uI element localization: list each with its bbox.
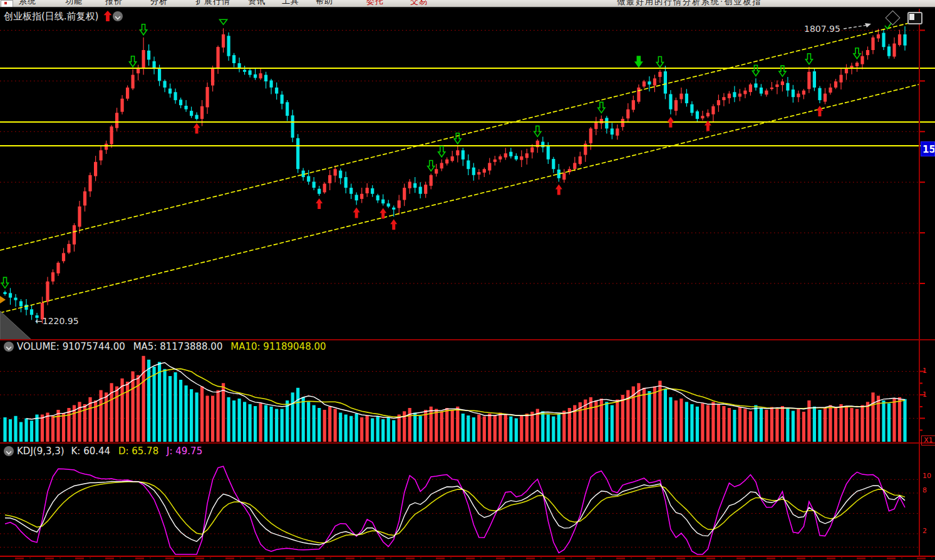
kdj-k-line bbox=[5, 481, 905, 545]
sell-signal-arrow bbox=[656, 57, 663, 68]
price-axis-marker: 156 bbox=[921, 141, 935, 156]
sell-signal-arrow bbox=[805, 54, 812, 64]
menu-bar: 做最好用的行情分析系统·创业板指 系统功能报价分析扩展行情资讯工具帮助委托交易 bbox=[0, 0, 935, 8]
menu-item-red-1[interactable]: 交易 bbox=[410, 0, 428, 7]
kdj-d-label: D: bbox=[118, 445, 129, 457]
chevron-down-circle-icon[interactable] bbox=[4, 342, 14, 352]
menu-item-red-0[interactable]: 委托 bbox=[366, 0, 384, 7]
menu-item-5[interactable]: 资讯 bbox=[248, 0, 266, 7]
red-up-arrow-icon bbox=[103, 11, 111, 21]
buy-signal-arrow bbox=[316, 198, 323, 209]
sell-signal-arrow bbox=[598, 102, 605, 113]
sell-signal-arrow bbox=[130, 56, 137, 67]
volume-ma5-value: 81173888.00 bbox=[160, 341, 222, 352]
kdj-axis-label-2: 2 bbox=[922, 527, 934, 535]
kdj-axis-label-1: 8 bbox=[922, 486, 934, 494]
split-pane-icon[interactable] bbox=[907, 12, 922, 24]
chart-canvas[interactable] bbox=[0, 0, 935, 560]
main-panel-title-row: 创业板指(日线.前复权) bbox=[4, 11, 126, 23]
chevron-down-circle-icon[interactable] bbox=[113, 11, 123, 21]
app-icon bbox=[1, 0, 13, 8]
peak-triangle-marker bbox=[220, 19, 227, 24]
volume-axis-label-1: 1 bbox=[922, 390, 934, 399]
menu-item-1[interactable]: 功能 bbox=[65, 0, 83, 7]
sell-signal-arrow bbox=[635, 56, 642, 67]
menu-item-0[interactable]: 系统 bbox=[19, 0, 36, 7]
low-price-annotation: ←1220.95 bbox=[35, 316, 79, 326]
volume-title-row: VOLUME: 91075744.00 MA5: 81173888.00 MA1… bbox=[3, 341, 326, 352]
buy-signal-arrow bbox=[390, 219, 397, 230]
volume-value: 91075744.00 bbox=[63, 341, 125, 352]
buy-signal-arrow bbox=[816, 106, 823, 116]
trendline-handle[interactable] bbox=[0, 296, 6, 303]
buy-signal-arrow bbox=[194, 123, 200, 133]
kdj-j-line bbox=[5, 466, 905, 554]
volume-ma10-label: MA10: bbox=[230, 341, 260, 352]
sell-signal-arrow bbox=[454, 133, 461, 144]
menu-item-7[interactable]: 帮助 bbox=[316, 0, 333, 7]
high-price-annotation: 1807.95 bbox=[804, 24, 840, 34]
buy-signal-arrow bbox=[555, 184, 562, 195]
volume-label: VOLUME: bbox=[17, 341, 59, 352]
kdj-d-value: 65.78 bbox=[132, 445, 158, 457]
main-panel-title: 创业板指(日线.前复权) bbox=[4, 11, 98, 22]
menu-item-6[interactable]: 工具 bbox=[282, 0, 299, 7]
kdj-j-value: 49.75 bbox=[175, 445, 202, 457]
volume-axis-label-0: 1 bbox=[922, 367, 934, 375]
buy-signal-arrow bbox=[353, 208, 360, 218]
menu-item-3[interactable]: 分析 bbox=[150, 0, 168, 7]
kdj-k-value: 60.44 bbox=[83, 445, 110, 457]
kdj-label: KDJ(9,3,3) bbox=[17, 445, 65, 457]
kdj-axis-label-0: 10 bbox=[922, 472, 934, 480]
annotation-arrow bbox=[844, 25, 868, 29]
sell-signal-arrow bbox=[140, 24, 147, 35]
kdj-j-label: J: bbox=[167, 445, 172, 457]
sell-signal-arrow bbox=[438, 146, 445, 157]
volume-scale-button[interactable]: X1 bbox=[921, 435, 935, 445]
trading-app-window: 做最好用的行情分析系统·创业板指 系统功能报价分析扩展行情资讯工具帮助委托交易 … bbox=[0, 0, 935, 560]
volume-ma10-value: 91189048.00 bbox=[263, 341, 326, 352]
sell-signal-arrow bbox=[779, 66, 786, 76]
sell-signal-arrow bbox=[428, 160, 435, 171]
kdj-k-label: K: bbox=[71, 445, 80, 457]
diagonal-trendline[interactable] bbox=[0, 84, 919, 313]
volume-ma5-label: MA5: bbox=[133, 341, 157, 352]
menu-item-2[interactable]: 报价 bbox=[105, 0, 123, 7]
chevron-down-circle-icon[interactable] bbox=[4, 446, 14, 456]
menu-right-text: 做最好用的行情分析系统·创业板指 bbox=[617, 0, 770, 8]
sell-signal-arrow bbox=[752, 65, 759, 76]
menu-item-4[interactable]: 扩展行情 bbox=[195, 0, 230, 7]
sell-signal-arrow bbox=[854, 48, 860, 59]
sell-signal-arrow bbox=[2, 277, 9, 288]
kdj-title-row: KDJ(9,3,3) K: 60.44 D: 65.78 J: 49.75 bbox=[3, 445, 202, 457]
